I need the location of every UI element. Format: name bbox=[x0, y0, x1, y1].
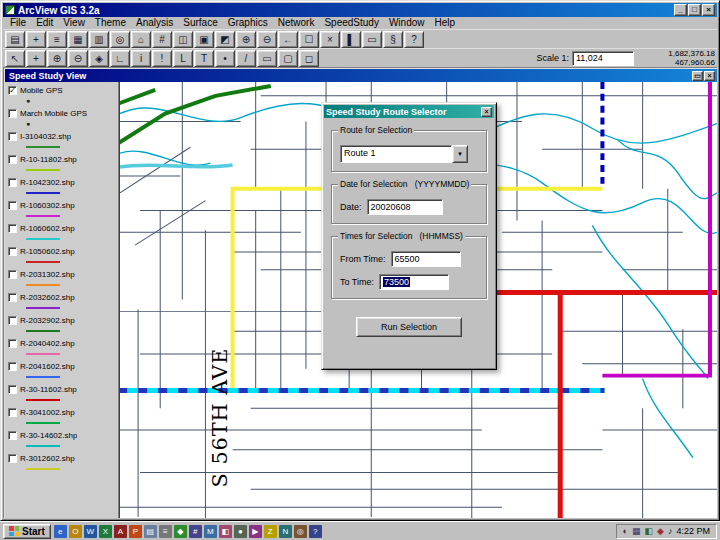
legend-row[interactable]: R-3041002.shp bbox=[8, 407, 118, 428]
view-close-button[interactable]: × bbox=[704, 71, 715, 81]
search-shortcut-icon[interactable]: ◎ bbox=[294, 525, 307, 538]
area-of-interest-icon[interactable]: ◻ bbox=[299, 50, 319, 67]
antivirus-tray-icon[interactable]: ◆ bbox=[657, 527, 664, 536]
save-project-icon[interactable]: ▤ bbox=[5, 31, 25, 48]
clear-selection-icon[interactable]: × bbox=[320, 31, 340, 48]
edit-legend-icon[interactable]: ▦ bbox=[68, 31, 88, 48]
layer-label[interactable]: R-2032902.shp bbox=[20, 316, 75, 325]
help-icon[interactable]: ? bbox=[404, 31, 424, 48]
text-tool-icon[interactable]: T bbox=[194, 50, 214, 67]
layer-checkbox[interactable] bbox=[8, 408, 17, 417]
legend-row[interactable]: R-3012602.shp bbox=[8, 453, 118, 474]
menu-item[interactable]: Theme bbox=[90, 17, 131, 29]
legend-row[interactable]: R-1060302.shp bbox=[8, 200, 118, 221]
pointer-tool-icon[interactable]: ↖ bbox=[5, 50, 25, 67]
select-graphics-icon[interactable]: ▢ bbox=[278, 50, 298, 67]
explorer-shortcut-icon[interactable]: ▤ bbox=[144, 525, 157, 538]
layer-label[interactable]: I-3104032.shp bbox=[20, 132, 71, 141]
layer-label[interactable]: R-1050602.shp bbox=[20, 247, 75, 256]
vertex-edit-icon[interactable]: + bbox=[26, 50, 46, 67]
zoom-selected-icon[interactable]: ◩ bbox=[215, 31, 235, 48]
layer-checkbox[interactable] bbox=[8, 270, 17, 279]
layer-checkbox[interactable] bbox=[8, 385, 17, 394]
menu-item[interactable]: Surface bbox=[178, 17, 222, 29]
menu-item[interactable]: Graphics bbox=[223, 17, 273, 29]
layer-label[interactable]: R-1042302.shp bbox=[20, 178, 75, 187]
legend-row[interactable]: R-2032902.shp bbox=[8, 315, 118, 336]
open-theme-table-icon[interactable]: ▥ bbox=[89, 31, 109, 48]
start-button[interactable]: Start bbox=[3, 524, 51, 539]
legend-row[interactable]: R-2040402.shp bbox=[8, 338, 118, 359]
combobox-dropdown-button[interactable]: ▼ bbox=[452, 145, 468, 163]
legend-row[interactable]: R-30-14602.shp bbox=[8, 430, 118, 451]
theme-properties-icon[interactable]: ≡ bbox=[47, 31, 67, 48]
close-button[interactable]: × bbox=[702, 4, 715, 16]
powerpoint-shortcut-icon[interactable]: P bbox=[129, 525, 142, 538]
menu-item[interactable]: Help bbox=[429, 17, 460, 29]
layer-label[interactable]: R-3041002.shp bbox=[20, 408, 75, 417]
zoom-in-tool-icon[interactable]: ⊕ bbox=[47, 50, 67, 67]
menu-item[interactable]: File bbox=[5, 17, 31, 29]
legend-row[interactable]: R-10-11802.shp bbox=[8, 154, 118, 175]
measure-tool-icon[interactable]: ∟ bbox=[110, 50, 130, 67]
to-time-input[interactable]: 73500 bbox=[379, 274, 449, 290]
label-tool-icon[interactable]: L bbox=[173, 50, 193, 67]
legend-row[interactable]: R-2041602.shp bbox=[8, 361, 118, 382]
volume-tray-icon[interactable]: ♪ bbox=[668, 527, 673, 536]
zoom-active-theme-icon[interactable]: ▣ bbox=[194, 31, 214, 48]
layer-checkbox[interactable] bbox=[8, 431, 17, 440]
script-icon[interactable]: § bbox=[383, 31, 403, 48]
layer-checkbox[interactable] bbox=[8, 109, 17, 118]
date-input[interactable]: 20020608 bbox=[367, 199, 443, 215]
layer-checkbox[interactable] bbox=[8, 132, 17, 141]
run-selection-button[interactable]: Run Selection bbox=[356, 317, 462, 337]
legend-row[interactable]: R-30-11602.shp bbox=[8, 384, 118, 405]
winzip-shortcut-icon[interactable]: Z bbox=[264, 525, 277, 538]
legend-row[interactable]: R-2032602.shp bbox=[8, 292, 118, 313]
excel-shortcut-icon[interactable]: X bbox=[99, 525, 112, 538]
legend-row[interactable]: March Mobile GPS ● bbox=[8, 108, 118, 129]
media-player-shortcut-icon[interactable]: ▶ bbox=[249, 525, 262, 538]
access-shortcut-icon[interactable]: A bbox=[114, 525, 127, 538]
route-combobox[interactable]: Route 1 ▼ bbox=[340, 145, 468, 163]
layer-checkbox[interactable] bbox=[8, 362, 17, 371]
layer-label[interactable]: R-1060302.shp bbox=[20, 201, 75, 210]
legend-row[interactable]: I-3104032.shp bbox=[8, 131, 118, 152]
identify-tool-icon[interactable]: i bbox=[131, 50, 151, 67]
scheduler-tray-icon[interactable]: ◐ bbox=[623, 527, 628, 536]
legend-row[interactable]: R-1060602.shp bbox=[8, 223, 118, 244]
layer-label[interactable]: R-10-11802.shp bbox=[20, 155, 77, 164]
zoom-out-icon[interactable]: ⊖ bbox=[257, 31, 277, 48]
layer-label[interactable]: R-2040402.shp bbox=[20, 339, 75, 348]
layer-label[interactable]: Mobile GPS bbox=[20, 86, 63, 95]
word-shortcut-icon[interactable]: W bbox=[84, 525, 97, 538]
paint-shortcut-icon[interactable]: ◧ bbox=[219, 525, 232, 538]
hotlink-tool-icon[interactable]: ! bbox=[152, 50, 172, 67]
zoom-full-extent-icon[interactable]: ◫ bbox=[173, 31, 193, 48]
maximize-button[interactable]: □ bbox=[688, 4, 701, 16]
menu-item[interactable]: SpeedStudy bbox=[319, 17, 384, 29]
arcview-shortcut-icon[interactable]: ◆ bbox=[174, 525, 187, 538]
layer-checkbox[interactable] bbox=[8, 454, 17, 463]
layer-checkbox[interactable] bbox=[8, 224, 17, 233]
legend-row[interactable]: R-1042302.shp bbox=[8, 177, 118, 198]
layer-checkbox[interactable]: ✓ bbox=[8, 86, 17, 95]
help-shortcut-icon[interactable]: ? bbox=[309, 525, 322, 538]
layout-icon[interactable]: ▭ bbox=[362, 31, 382, 48]
menu-item[interactable]: View bbox=[58, 17, 90, 29]
find-icon[interactable]: ◎ bbox=[110, 31, 130, 48]
calculator-shortcut-icon[interactable]: # bbox=[189, 525, 202, 538]
from-time-input[interactable]: 65500 bbox=[391, 251, 461, 267]
zoom-previous-icon[interactable]: ← bbox=[278, 31, 298, 48]
draw-point-icon[interactable]: • bbox=[215, 50, 235, 67]
scale-input[interactable]: 11,024 bbox=[572, 51, 634, 66]
view-titlebar[interactable]: Speed Study View ▭ × bbox=[5, 69, 717, 82]
network-shortcut-icon[interactable]: N bbox=[279, 525, 292, 538]
layer-label[interactable]: R-30-14602.shp bbox=[20, 431, 77, 440]
dialog-close-button[interactable]: × bbox=[481, 107, 492, 117]
layer-label[interactable]: R-1060602.shp bbox=[20, 224, 75, 233]
layer-checkbox[interactable] bbox=[8, 178, 17, 187]
layer-checkbox[interactable] bbox=[8, 293, 17, 302]
view-restore-button[interactable]: ▭ bbox=[692, 71, 703, 81]
locate-address-icon[interactable]: ⌂ bbox=[131, 31, 151, 48]
